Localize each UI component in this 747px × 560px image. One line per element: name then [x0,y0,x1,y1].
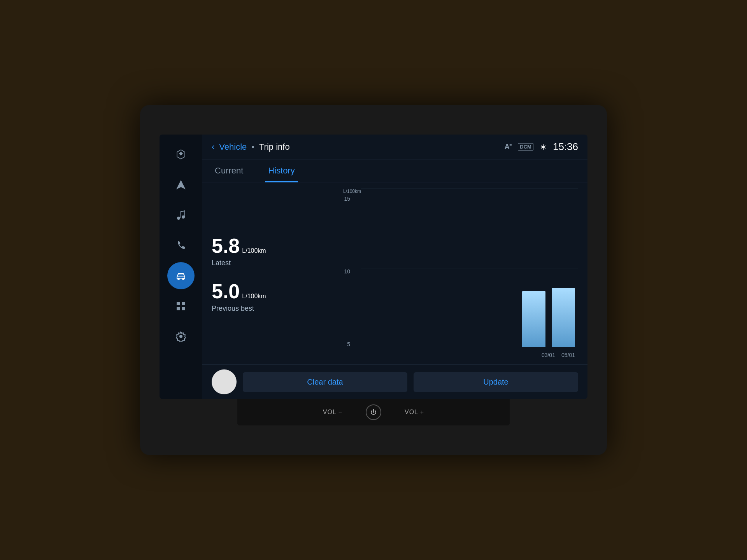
x-label-0301: 03/01 [542,352,555,358]
bluetooth-icon: ∗ [540,142,547,152]
bars-container [361,189,578,347]
sidebar-item-media[interactable] [167,201,195,229]
clock: 15:36 [553,141,578,153]
update-button[interactable]: Update [414,372,578,392]
header: ‹ Vehicle • Trip info A≈ DCM ∗ 15:36 [202,135,587,159]
breadcrumb-vehicle: Vehicle [219,142,247,152]
main-content: ‹ Vehicle • Trip info A≈ DCM ∗ 15:36 Cur… [202,135,587,399]
avatar [212,369,237,394]
svg-point-4 [182,215,185,219]
stat-previous-best: 5.0 L/100km Previous best [212,280,328,313]
y-label-5: 5 [347,341,350,347]
vol-plus-button[interactable]: VOL + [405,409,424,416]
svg-point-5 [177,278,180,280]
tab-current[interactable]: Current [212,159,246,182]
car-surround: ‹ Vehicle • Trip info A≈ DCM ∗ 15:36 Cur… [140,105,607,455]
svg-marker-1 [179,152,183,156]
power-icon: ⏻ [370,409,377,416]
breadcrumb-trip: Trip info [259,142,290,152]
bar-group-0501 [552,288,575,347]
vol-minus-button[interactable]: VOL − [323,409,342,416]
sidebar-item-vehicle[interactable] [167,262,195,289]
svg-rect-10 [182,307,185,310]
content-area: 5.8 L/100km Latest 5.0 L/100km Previous … [202,182,587,364]
stat-previous-best-value-row: 5.0 L/100km [212,280,328,303]
bar-group-0301 [522,291,545,347]
chart-panel: L/100km 5 10 15 [338,189,578,358]
screen: ‹ Vehicle • Trip info A≈ DCM ∗ 15:36 Cur… [160,135,587,399]
tabs: Current History [202,159,587,182]
back-button[interactable]: ‹ [212,142,214,152]
chart-grid: 03/01 05/01 [361,189,578,358]
dcm-label: DCM [518,143,533,150]
bar-0301 [522,291,545,347]
svg-rect-7 [177,302,180,305]
stat-latest-label: Latest [212,259,328,267]
breadcrumb-dot: • [251,142,254,152]
power-button[interactable]: ⏻ [366,404,381,420]
svg-rect-8 [182,302,185,305]
sidebar [160,135,202,399]
stat-latest-unit: L/100km [242,247,266,254]
stat-latest-number: 5.8 [212,234,240,257]
stats-panel: 5.8 L/100km Latest 5.0 L/100km Previous … [212,189,328,358]
stat-previous-best-label: Previous best [212,304,328,313]
header-right: A≈ DCM ∗ 15:36 [505,141,578,153]
stat-latest: 5.8 L/100km Latest [212,234,328,267]
header-left: ‹ Vehicle • Trip info [212,142,290,152]
hardware-controls: VOL − ⏻ VOL + [237,399,510,425]
sidebar-item-apps[interactable] [167,292,195,320]
svg-point-11 [179,335,182,338]
sidebar-item-navigation[interactable] [167,171,195,198]
text-size-icon: A≈ [505,143,512,151]
tab-history[interactable]: History [265,159,298,182]
stat-previous-best-unit: L/100km [242,293,266,300]
sidebar-item-settings[interactable] [167,323,195,350]
svg-point-6 [182,278,184,280]
stat-latest-value-row: 5.8 L/100km [212,234,328,257]
x-label-0501: 05/01 [561,352,575,358]
svg-point-3 [177,217,180,220]
bottom-bar: Clear data Update [202,364,587,399]
chart-area: L/100km 5 10 15 [338,189,578,358]
y-label-15: 15 [344,196,350,202]
x-axis-labels: 03/01 05/01 [361,349,578,358]
y-axis-unit: L/100km [343,189,361,194]
clear-data-button[interactable]: Clear data [243,372,407,392]
y-label-10: 10 [344,268,350,275]
svg-rect-9 [177,307,180,310]
stat-previous-best-number: 5.0 [212,280,240,303]
sidebar-item-phone[interactable] [167,232,195,259]
bar-0501 [552,288,575,347]
svg-marker-2 [176,180,186,189]
sidebar-item-renault[interactable] [167,141,195,168]
